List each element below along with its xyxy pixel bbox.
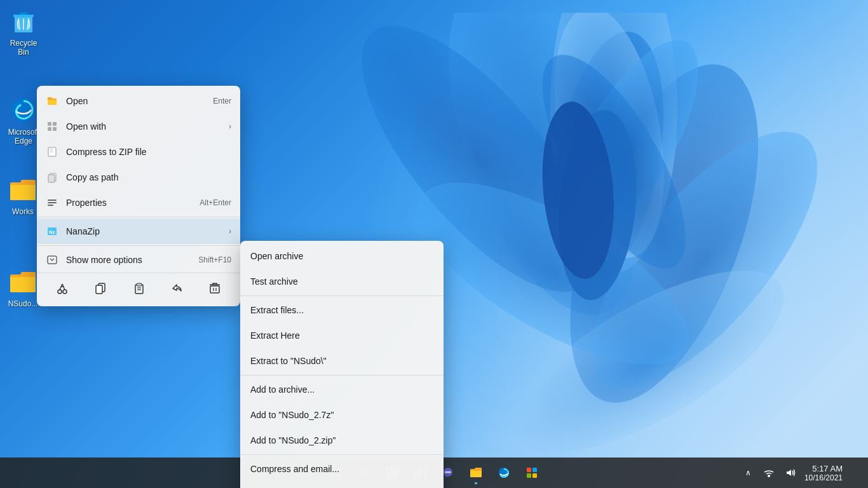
works-label: Works: [12, 207, 34, 216]
nanazip-icon: Nz: [46, 225, 58, 238]
svg-rect-24: [50, 151, 53, 152]
recycle-bin-icon: [8, 6, 39, 36]
nsudo-label: NSudo...: [8, 299, 38, 308]
copy-path-icon: [46, 171, 58, 184]
ctx-open-with-label: Open with: [66, 121, 221, 132]
context-menu: Open Enter Open with › Compress to ZIP f…: [37, 86, 240, 306]
svg-rect-22: [50, 147, 53, 149]
svg-point-33: [58, 290, 62, 294]
system-time: 5:17 AM: [804, 464, 843, 473]
show-desktop-btn[interactable]: [848, 460, 860, 485]
edge-icon: [8, 95, 39, 125]
tray-chevron-btn[interactable]: ∧: [741, 460, 756, 485]
svg-rect-41: [137, 283, 142, 286]
ctx-show-more-shortcut: Shift+F10: [198, 255, 231, 264]
ctx-share-btn[interactable]: [165, 277, 188, 300]
nsudo-folder-icon: [8, 266, 38, 297]
submenu-extract-here[interactable]: Extract Here: [240, 323, 444, 348]
svg-rect-20: [53, 127, 57, 131]
ctx-copy-path[interactable]: Copy as path: [37, 165, 240, 190]
submenu-extract-files-label: Extract files...: [250, 305, 304, 315]
ctx-properties[interactable]: Properties Alt+Enter: [37, 190, 240, 215]
system-tray: ∧: [741, 460, 799, 485]
nanazip-submenu: Open archive Test archive Extract files.…: [240, 241, 444, 488]
taskbar-edge-btn[interactable]: [491, 460, 517, 485]
ctx-compress-zip[interactable]: Compress to ZIP file: [37, 139, 240, 165]
tray-network-icon[interactable]: [760, 460, 778, 485]
svg-rect-69: [527, 473, 531, 478]
svg-rect-27: [48, 200, 57, 201]
submenu-open-archive-label: Open archive: [250, 251, 303, 261]
svg-point-34: [63, 290, 67, 294]
ctx-copy-path-label: Copy as path: [66, 172, 231, 182]
ctx-paste-btn[interactable]: [127, 277, 150, 300]
ctx-copy-btn[interactable]: [89, 277, 112, 300]
svg-rect-28: [48, 202, 57, 203]
submenu-add-archive-label: Add to archive...: [250, 384, 315, 395]
svg-rect-15: [20, 12, 27, 15]
submenu-add-zip[interactable]: Add to "NSudo_2.zip": [240, 428, 444, 453]
compress-zip-icon: [46, 146, 58, 158]
taskbar-right: ∧ 5:17 AM 10/16/2021: [741, 460, 860, 485]
system-date: 10/16/2021: [804, 473, 843, 482]
recycle-bin-label: Recycle Bin: [4, 39, 43, 57]
works-folder-icon: [8, 174, 38, 205]
ctx-separator-2: [37, 245, 240, 246]
svg-rect-29: [48, 205, 53, 206]
submenu-extract-files[interactable]: Extract files...: [240, 297, 444, 323]
show-more-icon: [46, 254, 58, 266]
svg-text:Nz: Nz: [49, 229, 55, 235]
svg-point-71: [768, 475, 770, 477]
svg-rect-68: [532, 468, 537, 472]
ctx-show-more[interactable]: Show more options Shift+F10: [37, 247, 240, 273]
ctx-show-more-label: Show more options: [66, 255, 191, 265]
ctx-open-shortcut: Enter: [213, 97, 231, 105]
taskbar-explorer-btn[interactable]: [463, 460, 489, 485]
submenu-compress-7z-email[interactable]: Compress to "NSudo_2.7z" and email: [240, 482, 444, 488]
ctx-properties-label: Properties: [66, 198, 192, 208]
svg-rect-67: [527, 468, 531, 472]
submenu-compress-email[interactable]: Compress and email...: [240, 456, 444, 482]
submenu-add-7z[interactable]: Add to "NSudo_2.7z": [240, 402, 444, 428]
properties-icon: [46, 196, 58, 209]
svg-point-65: [449, 471, 451, 473]
svg-rect-18: [53, 122, 57, 126]
submenu-test-archive-label: Test archive: [250, 276, 298, 287]
ctx-delete-btn[interactable]: [203, 277, 226, 300]
svg-rect-44: [210, 286, 219, 293]
svg-rect-17: [48, 122, 51, 126]
ctx-open-with-arrow: ›: [229, 122, 231, 131]
svg-rect-23: [50, 149, 53, 151]
svg-point-63: [445, 471, 447, 473]
taskbar-store-btn[interactable]: [519, 460, 545, 485]
open-with-icon: [46, 120, 58, 133]
submenu-sep-3: [240, 454, 444, 455]
ctx-open-with[interactable]: Open with ›: [37, 114, 240, 139]
submenu-sep-1: [240, 295, 444, 296]
svg-rect-70: [532, 473, 537, 478]
svg-point-64: [447, 471, 449, 473]
tray-volume-icon[interactable]: [782, 460, 799, 485]
svg-rect-14: [13, 15, 34, 17]
submenu-add-zip-label: Add to "NSudo_2.zip": [250, 435, 336, 445]
ctx-open[interactable]: Open Enter: [37, 88, 240, 114]
submenu-extract-to-label: Extract to "NSudo\": [250, 356, 327, 366]
ctx-nanazip[interactable]: Nz NanaZip › Open archive Test archive E…: [37, 219, 240, 244]
submenu-compress-email-label: Compress and email...: [250, 464, 339, 474]
submenu-test-archive[interactable]: Test archive: [240, 269, 444, 294]
desktop-icon-recycle-bin[interactable]: Recycle Bin: [1, 3, 46, 60]
svg-rect-26: [48, 175, 55, 182]
submenu-add-7z-label: Add to "NSudo_2.7z": [250, 410, 334, 420]
ctx-cut-btn[interactable]: [51, 277, 74, 300]
ctx-nanazip-arrow: ›: [229, 227, 231, 236]
svg-rect-39: [96, 285, 102, 294]
submenu-add-archive[interactable]: Add to archive...: [240, 377, 444, 402]
submenu-extract-to[interactable]: Extract to "NSudo\": [240, 348, 444, 374]
ctx-separator-1: [37, 217, 240, 217]
open-icon: [46, 95, 58, 107]
svg-rect-19: [48, 127, 51, 131]
ctx-properties-shortcut: Alt+Enter: [200, 198, 231, 207]
system-clock[interactable]: 5:17 AM 10/16/2021: [804, 464, 843, 482]
submenu-sep-2: [240, 375, 444, 376]
submenu-open-archive[interactable]: Open archive: [240, 243, 444, 269]
